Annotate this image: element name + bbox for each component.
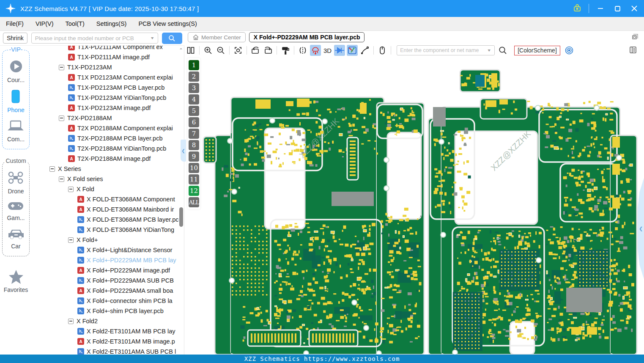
tree-node-x-series[interactable]: X Series: [32, 164, 184, 174]
lamp-icon[interactable]: [310, 45, 321, 56]
tree-file-x-fold-pd2229am-mb-pcb-lay[interactable]: X Fold+-PD2229AM MB PCB lay: [32, 255, 184, 265]
chevron-down-icon[interactable]: ▼: [487, 48, 491, 52]
tree-file-x-fold2-et3101am-mb-image-p[interactable]: AX Fold2-ET3101AM MB image.p: [32, 336, 184, 346]
jumper-wire-icon[interactable]: [359, 45, 370, 56]
layer-button-12[interactable]: 12: [189, 186, 199, 196]
tree-file-x-fold-pd2229am-image-pdf[interactable]: AX Fold+-PD2229AM image.pdf: [32, 265, 184, 275]
tree-file-t2x-pd2188am-component-explai[interactable]: AT2X PD2188AM Component explai: [32, 123, 184, 133]
tree-file-t1x-pd2123am-yidiantong-pcb[interactable]: T1X-PD2123AM YiDianTong.pcb: [32, 93, 184, 103]
model-search-box[interactable]: ▼: [31, 33, 158, 44]
menu-item-file-f-[interactable]: File(F): [0, 17, 30, 30]
license-icon[interactable]: [572, 3, 583, 14]
sidebar-item-com[interactable]: Com...: [7, 119, 25, 143]
menu-item-settings-s-[interactable]: Settings(S): [90, 17, 133, 30]
tree-file-t1x-pd2123am-component-explai[interactable]: AT1X PD2123AM Component explai: [32, 72, 184, 82]
tree-scrollbar-thumb[interactable]: [179, 207, 183, 227]
rotate-left-icon[interactable]: [250, 45, 261, 56]
paint-roller-icon[interactable]: [280, 45, 291, 56]
tree-file-x-fold-et3068am-component[interactable]: AX FOLD-ET3068AM Component: [32, 194, 184, 204]
tree-node-x-fold[interactable]: X Fold: [32, 184, 184, 194]
fit-view-icon[interactable]: [233, 45, 244, 56]
tree-file-x-fold-et3068am-yidiantong[interactable]: X FOLD-ET3068AM YiDianTong: [32, 225, 184, 235]
tree-file-t1x-pd2123am-pcb-layer-pcb[interactable]: T1X-PD2123AM PCB Layer.pcb: [32, 82, 184, 93]
diode-icon[interactable]: [334, 45, 345, 56]
tree-scroll-up-icon[interactable]: ⌃: [179, 47, 183, 53]
layer-button-11[interactable]: 11: [189, 174, 199, 184]
tree-file-x-fold2-et3101am-mb-pcb-lay[interactable]: X Fold2-ET3101AM MB PCB lay: [32, 326, 184, 336]
maximize-button[interactable]: [612, 3, 623, 14]
layer-button-7[interactable]: 7: [189, 129, 199, 139]
sidebar-item-favorites[interactable]: Favorites: [0, 269, 32, 293]
menu-item-vip-v-[interactable]: VIP(V): [30, 17, 60, 30]
tree-file-x-fold-light-distance-sensor[interactable]: X Fold+-Light&Distance Sensor: [32, 245, 184, 255]
sidebar-item-gam[interactable]: Gam...: [7, 201, 25, 221]
collapse-minus-icon[interactable]: [68, 237, 74, 243]
layer-button-2[interactable]: 2: [189, 72, 199, 82]
collapse-minus-icon[interactable]: [68, 319, 74, 324]
tree-node-x-fold-[interactable]: X Fold+: [32, 235, 184, 245]
tree-file-x-fold-connector-shim-pcb-la[interactable]: X Fold+-connector shim PCB la: [32, 296, 184, 306]
tree-file-x-fold-pd2229ama-sub-pcb[interactable]: X Fold+-PD2229AMA SUB PCB: [32, 275, 184, 286]
layer-button-all[interactable]: ALL: [189, 197, 199, 207]
shrink-button[interactable]: Shrink: [3, 33, 27, 44]
panel-toggle-icon[interactable]: [629, 46, 637, 56]
search-icon[interactable]: [497, 45, 508, 56]
tree-file-x-fold-pd2229ama-small-boa[interactable]: AX Fold+-PD2229AMA small boa: [32, 286, 184, 296]
collapse-minus-icon[interactable]: [59, 176, 64, 182]
tree-node-x-fold-series[interactable]: X Fold series: [32, 174, 184, 184]
collapse-minus-icon[interactable]: [59, 116, 64, 121]
tree-file-t1x-pd2111am-image-pdf[interactable]: AT1X-PD2111AM image.pdf: [32, 52, 184, 62]
eye-icon[interactable]: [564, 45, 575, 56]
tree-file-x-fold-et3068am-mainbord-ir[interactable]: AX FOLD-ET3068AM Mainbord ir: [32, 204, 184, 214]
sidebar-item-phone[interactable]: Phone: [7, 89, 24, 113]
split-view-icon[interactable]: [185, 45, 196, 56]
measure-icon[interactable]: [347, 45, 358, 56]
tree-node-t2x-pd2188am[interactable]: T2X-PD2188AM: [32, 113, 184, 123]
layer-button-9[interactable]: 9: [189, 151, 199, 162]
layer-button-1[interactable]: 1: [189, 60, 199, 70]
menu-item-pcb-view-settings-s-[interactable]: PCB View settings(S): [132, 17, 203, 30]
tab-member-center[interactable]: Member Center: [188, 32, 246, 42]
3d-view-button[interactable]: 3D: [323, 47, 332, 54]
tree-file-x-fold-et3068am-pcb-layer-pc[interactable]: X FOLD-ET3068AM PCB layer.pc: [32, 214, 184, 225]
layer-button-6[interactable]: 6: [189, 117, 199, 127]
rotate-right-icon[interactable]: [263, 45, 274, 56]
sidebar-item-drone[interactable]: Drone: [8, 170, 24, 195]
chevron-down-icon[interactable]: ▼: [150, 36, 155, 40]
collapse-minus-icon[interactable]: [49, 166, 55, 172]
mouse-icon[interactable]: [377, 45, 388, 56]
colorscheme-button[interactable]: [ColorScheme]: [514, 46, 560, 55]
component-search-box[interactable]: ▼: [397, 45, 495, 55]
layer-button-4[interactable]: 4: [189, 94, 199, 104]
close-button[interactable]: [629, 3, 640, 14]
zoom-in-icon[interactable]: [203, 45, 214, 56]
sidebar-item-cour[interactable]: Cour...: [7, 59, 25, 83]
collapse-minus-icon[interactable]: [59, 65, 64, 70]
close-all-tabs-icon[interactable]: [631, 33, 639, 42]
tree-collapse-handle[interactable]: ❮: [181, 140, 186, 162]
tree-file-t2x-pd2188am-image-pdf[interactable]: AT2X-PD2188AM image.pdf: [32, 154, 184, 164]
layer-button-10[interactable]: 10: [189, 163, 199, 173]
tree-file-t2x-pd2188am-pcb-layer-pcb[interactable]: T2X-PD2188AM PCB layer.pcb: [32, 133, 184, 143]
pcb-canvas[interactable]: XZZ@XZZHKXZZ@XZZHK: [184, 57, 644, 355]
model-search-button[interactable]: [162, 33, 182, 44]
layer-button-8[interactable]: 8: [189, 140, 199, 150]
tree-file-x-fold2-et3101ama-sub-pcb-l[interactable]: X Fold2-ET3101AMA SUB PCB l: [32, 346, 184, 355]
tree-file-t2x-pd2188am-yidiantong-pcb[interactable]: T2X-PD2188AM YiDianTong.pcb: [32, 143, 184, 154]
tree-file-x-fold-shim-pcb-layer-pcb[interactable]: X Fold+-shim PCB layer.pcb: [32, 306, 184, 316]
model-search-input[interactable]: [32, 35, 150, 41]
layer-button-5[interactable]: 5: [189, 106, 199, 116]
tree-file-t1x-pd2123am-image-pdf[interactable]: AT1X-PD2123AM image.pdf: [32, 103, 184, 113]
zoom-out-icon[interactable]: [215, 45, 226, 56]
tree-node-x-fold2[interactable]: X Fold2: [32, 316, 184, 326]
tree-node-t1x-pd2123am[interactable]: T1X-PD2123AM: [32, 62, 184, 72]
menu-item-tool-t-[interactable]: Tool(T): [60, 17, 90, 30]
sidebar-item-car[interactable]: Car: [8, 227, 25, 250]
tree-file-t1x-pd2111am-component-ex[interactable]: AT1X-PD2111AM Component ex: [32, 46, 184, 52]
mirror-flip-icon[interactable]: [297, 45, 308, 56]
tab-active-pcb-file[interactable]: X Fold+-PD2229AM MB PCB layer.pcb: [249, 32, 365, 42]
minimize-button[interactable]: [595, 3, 606, 14]
component-search-input[interactable]: [397, 47, 487, 53]
collapse-minus-icon[interactable]: [68, 187, 74, 192]
layer-button-3[interactable]: 3: [189, 83, 199, 93]
